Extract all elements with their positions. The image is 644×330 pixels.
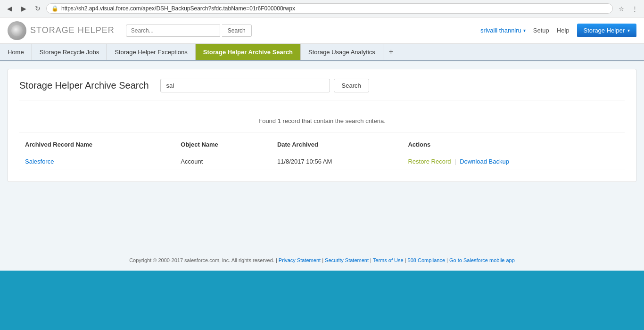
tab-helper-exceptions[interactable]: Storage Helper Exceptions bbox=[107, 44, 196, 60]
setup-link[interactable]: Setup bbox=[533, 27, 549, 34]
cell-record-name: Salesforce bbox=[19, 153, 175, 170]
user-name: srivalli thanniru bbox=[480, 27, 521, 34]
header-search-input[interactable] bbox=[126, 25, 220, 37]
address-text: https://sh2.ap4.visual.force.com/apex/DS… bbox=[61, 5, 608, 12]
col-header-object-name: Object Name bbox=[175, 136, 272, 153]
footer-copyright: Copyright © 2000-2017 salesforce.com, in… bbox=[129, 257, 274, 263]
chevron-down-icon: ▾ bbox=[523, 28, 526, 33]
table-body: Salesforce Account 11/8/2017 10:56 AM Re… bbox=[19, 153, 625, 170]
app-header: STORAGE HELPER Search srivalli thanniru … bbox=[0, 17, 644, 44]
col-header-date-archived: Date Archived bbox=[272, 136, 403, 153]
download-backup-link[interactable]: Download Backup bbox=[460, 158, 509, 165]
main-content: Storage Helper Archive Search Search Fou… bbox=[0, 61, 644, 250]
help-link[interactable]: Help bbox=[557, 27, 570, 34]
action-separator: | bbox=[454, 158, 456, 165]
app-footer: Copyright © 2000-2017 salesforce.com, in… bbox=[0, 250, 644, 271]
page-header: Storage Helper Archive Search Search bbox=[19, 79, 625, 100]
browser-actions: ☆ ⋮ bbox=[616, 3, 640, 14]
nav-tabs: Home Storage Recycle Jobs Storage Helper… bbox=[0, 44, 644, 61]
menu-icon[interactable]: ⋮ bbox=[629, 3, 640, 14]
bookmark-icon[interactable]: ☆ bbox=[616, 3, 627, 14]
logo-area: STORAGE HELPER bbox=[8, 21, 115, 40]
tab-usage-analytics[interactable]: Storage Usage Analytics bbox=[301, 44, 383, 60]
footer-security-link[interactable]: Security Statement bbox=[325, 257, 369, 263]
footer-terms-link[interactable]: Terms of Use bbox=[373, 257, 404, 263]
browser-chrome: ◀ ▶ ↻ 🔒 https://sh2.ap4.visual.force.com… bbox=[0, 0, 644, 17]
tab-home[interactable]: Home bbox=[0, 44, 32, 60]
user-menu[interactable]: srivalli thanniru ▾ bbox=[480, 27, 526, 34]
forward-button[interactable]: ▶ bbox=[18, 3, 29, 14]
reload-button[interactable]: ↻ bbox=[32, 3, 43, 14]
restore-record-link[interactable]: Restore Record bbox=[408, 158, 451, 165]
tab-archive-search[interactable]: Storage Helper Archive Search bbox=[196, 44, 301, 60]
storage-helper-button[interactable]: Storage Helper ▾ bbox=[577, 24, 636, 37]
cell-date-archived: 11/8/2017 10:56 AM bbox=[272, 153, 403, 170]
add-tab-button[interactable]: + bbox=[383, 44, 399, 60]
results-table: Archived Record Name Object Name Date Ar… bbox=[19, 136, 625, 170]
col-header-actions: Actions bbox=[402, 136, 625, 153]
cell-actions: Restore Record | Download Backup bbox=[402, 153, 625, 170]
lock-icon: 🔒 bbox=[51, 5, 58, 12]
table-row: Salesforce Account 11/8/2017 10:56 AM Re… bbox=[19, 153, 625, 170]
footer-privacy-link[interactable]: Privacy Statement bbox=[279, 257, 321, 263]
header-search: Search bbox=[126, 25, 252, 37]
tab-recycle-jobs[interactable]: Storage Recycle Jobs bbox=[32, 44, 107, 60]
footer-mobile-link[interactable]: Go to Salesforce mobile app bbox=[449, 257, 515, 263]
header-search-button[interactable]: Search bbox=[222, 25, 252, 37]
logo-icon bbox=[8, 21, 26, 40]
archive-search-button[interactable]: Search bbox=[334, 79, 369, 92]
cell-object-name: Account bbox=[175, 153, 272, 170]
record-link[interactable]: Salesforce bbox=[25, 158, 54, 165]
logo-text: STORAGE HELPER bbox=[30, 25, 115, 35]
archive-search-input[interactable] bbox=[160, 79, 330, 92]
content-card: Storage Helper Archive Search Search Fou… bbox=[8, 69, 636, 182]
col-header-record-name: Archived Record Name bbox=[19, 136, 175, 153]
dropdown-arrow-icon: ▾ bbox=[627, 28, 630, 33]
archive-search-bar: Search bbox=[160, 79, 369, 92]
table-header-row: Archived Record Name Object Name Date Ar… bbox=[19, 136, 625, 153]
back-button[interactable]: ◀ bbox=[4, 3, 15, 14]
footer-508-link[interactable]: 508 Compliance bbox=[408, 257, 446, 263]
results-message: Found 1 record that contain the search c… bbox=[19, 110, 625, 132]
table-header: Archived Record Name Object Name Date Ar… bbox=[19, 136, 625, 153]
page-title: Storage Helper Archive Search bbox=[19, 80, 149, 91]
header-right: srivalli thanniru ▾ Setup Help Storage H… bbox=[480, 24, 636, 37]
browser-toolbar: ◀ ▶ ↻ 🔒 https://sh2.ap4.visual.force.com… bbox=[0, 0, 644, 17]
address-bar[interactable]: 🔒 https://sh2.ap4.visual.force.com/apex/… bbox=[46, 3, 613, 14]
